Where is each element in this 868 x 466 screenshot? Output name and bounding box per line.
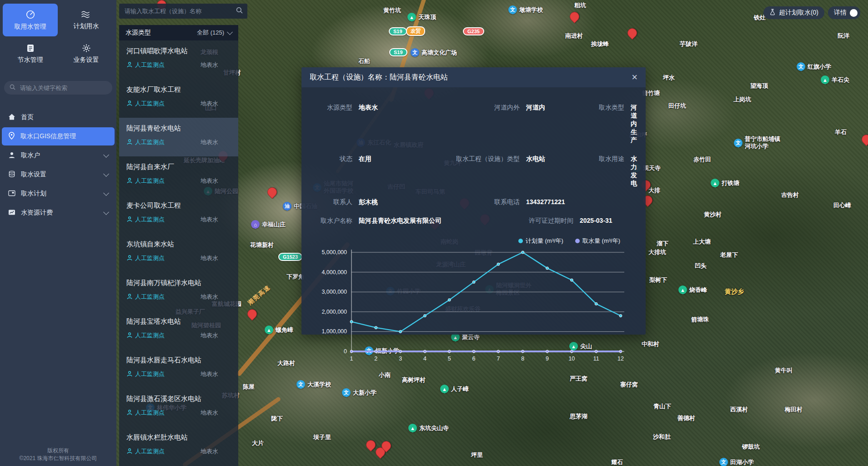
station-search[interactable]: [119, 4, 247, 19]
sidebar-item-6[interactable]: 水资源计费: [2, 204, 115, 222]
modal-header: 取水工程（设施）名称：陆河县青砼水电站 ×: [301, 67, 646, 87]
person-icon: [126, 409, 133, 417]
map-label: ▲人子嶂: [440, 385, 469, 393]
road-badge: G1523: [278, 253, 302, 261]
monitor-type: 人工监测点: [126, 254, 165, 262]
map-pin-icon[interactable]: [860, 133, 868, 146]
water-source: 地表水: [201, 409, 231, 417]
station-list-item[interactable]: 陆河县自来水厂人工监测点地表水: [119, 156, 238, 195]
monitor-type: 人工监测点: [126, 215, 165, 224]
map-label: 坪里: [471, 451, 483, 459]
svg-text:10: 10: [568, 356, 575, 362]
school-icon: 文: [342, 388, 351, 397]
detail-toggle[interactable]: 详情: [828, 6, 860, 19]
sidebar-item-5[interactable]: 取水计划: [2, 185, 115, 203]
sidebar-item-label: 取水计划: [21, 190, 99, 198]
map-label: ▲天珠顶: [407, 13, 436, 21]
person-icon: [126, 139, 133, 146]
station-list-item[interactable]: 东坑镇自来水站人工监测点地表水: [119, 234, 238, 272]
map-label: 箭塘珠: [691, 316, 709, 324]
toggle-knob[interactable]: [850, 9, 858, 17]
map-label: 赤竹田: [693, 155, 711, 164]
map-label: ▲东坑尖山寺: [408, 424, 449, 432]
map-label: 老屋下: [720, 251, 738, 259]
map-label: 严王窝: [570, 375, 587, 383]
station-name: 东坑镇自来水站: [126, 240, 231, 249]
station-meta: 人工监测点地表水: [126, 331, 231, 340]
module-label: 计划用水: [74, 22, 99, 30]
map-label: 文高塘文化广场: [411, 48, 457, 57]
station-list-item[interactable]: 陆河县激石溪老区水电站人工监测点地表水: [119, 388, 238, 427]
chart-icon: [8, 209, 15, 217]
module-tile-2[interactable]: 计划用水: [59, 4, 114, 36]
station-list-item[interactable]: 友能水厂取水工程人工监测点地表水: [119, 79, 238, 118]
station-meta: 人工监测点地表水: [126, 293, 231, 301]
map-label: 大排坑: [648, 248, 666, 256]
monitor-type: 人工监测点: [126, 370, 165, 378]
station-list-item[interactable]: 麦卡公司取水工程人工监测点地表水: [119, 195, 238, 234]
waves-icon: [81, 10, 92, 19]
station-filter-bar: 水源类型 全部 (125): [119, 25, 238, 40]
filter-dropdown[interactable]: 全部 (125): [197, 29, 232, 37]
over-plan-intake-pill[interactable]: 超计划取水(0): [763, 6, 824, 19]
module-tile-1[interactable]: 取用水管理: [3, 4, 58, 36]
person-icon: [126, 61, 133, 69]
station-list-item[interactable]: 水唇镇水栏肚水电站人工监测点地表水: [119, 427, 238, 466]
field-label: 水源类型: [311, 104, 359, 145]
person-icon: [126, 100, 133, 108]
map-pin-icon[interactable]: [568, 10, 582, 24]
map-pin-icon[interactable]: [626, 26, 639, 40]
school-icon: 文: [719, 458, 728, 466]
station-name: 陆河县宝塔水电站: [126, 317, 231, 326]
monitor-type: 人工监测点: [126, 447, 165, 456]
field-label: 河道内外: [435, 104, 526, 145]
map-label: 上大塘: [693, 238, 711, 246]
station-name: 陆河县自来水厂: [126, 163, 231, 171]
card-icon: [8, 190, 15, 198]
field-label: 状态: [311, 155, 359, 188]
person-icon: [126, 177, 133, 185]
module-tile-4[interactable]: 业务设置: [59, 37, 114, 70]
map-label: 文墩塘学校: [508, 5, 543, 14]
map-label: 挨垅蜂: [591, 40, 609, 48]
sidebar-item-4[interactable]: 取水设置: [2, 165, 115, 184]
search-icon[interactable]: [236, 7, 243, 15]
map-label: 文大新小学: [342, 388, 376, 397]
module-tile-3[interactable]: 节水管理: [3, 37, 58, 70]
poi-icon: ▲: [678, 286, 687, 294]
sidebar-item-2[interactable]: 取水口GIS信息管理: [2, 127, 115, 145]
station-list-item[interactable]: 陆河县水唇走马石水电站人工监测点地表水: [119, 350, 238, 388]
map-pin-icon[interactable]: [266, 185, 279, 199]
sidebar-item-1[interactable]: 首页: [2, 108, 115, 126]
sidebar-search[interactable]: [4, 81, 112, 95]
map-label: 田仔坑: [668, 102, 686, 110]
station-meta: 人工监测点地表水: [126, 177, 231, 185]
sidebar-item-3[interactable]: 取水户: [2, 146, 115, 165]
svg-text:2: 2: [374, 356, 377, 362]
station-list-item[interactable]: 陆河县青砼水电站人工监测点地表水: [119, 118, 238, 156]
map-label: 梨树下: [649, 276, 667, 284]
water-source: 地表水: [201, 370, 231, 378]
station-list-item[interactable]: 河口镇唱歌潭水电站人工监测点地表水: [119, 40, 238, 79]
station-meta: 人工监测点地表水: [126, 61, 231, 69]
close-icon[interactable]: ×: [632, 72, 637, 82]
map-label: 耀石: [611, 458, 623, 466]
map-pin-icon[interactable]: [246, 307, 259, 321]
sidebar-search-input[interactable]: [19, 84, 107, 92]
meter-icon: [25, 10, 35, 20]
monitor-type: 人工监测点: [126, 100, 165, 108]
road-badge: S19: [389, 48, 407, 56]
station-list-item[interactable]: 陆河县南万镇杞洋水电站人工监测点地表水: [119, 272, 238, 311]
sidebar: 取用水管理计划用水节水管理业务设置 首页取水口GIS信息管理取水户取水设置取水计…: [0, 0, 116, 466]
map-label: 黄沙村: [704, 210, 722, 219]
person-icon: [126, 332, 133, 340]
station-list-item[interactable]: 陆河县宝塔水电站人工监测点地表水: [119, 311, 238, 350]
poi-icon: ▲: [711, 179, 719, 187]
station-search-input[interactable]: [124, 7, 236, 15]
map-label: 黄牛叫: [775, 366, 793, 375]
monitor-type: 人工监测点: [126, 177, 165, 185]
chart-legend: 计划量 (m³/年)取水量 (m³/年): [306, 236, 641, 246]
station-meta: 人工监测点地表水: [126, 254, 231, 262]
poi-icon: ▲: [821, 75, 829, 84]
map-label: 青山下: [653, 402, 671, 411]
